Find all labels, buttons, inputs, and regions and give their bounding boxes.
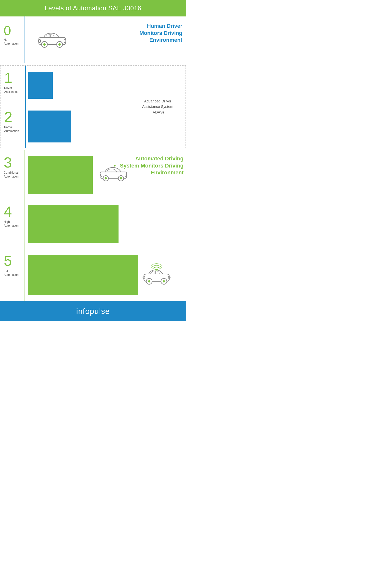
level-3-section: 3 ConditionalAutomation [0,150,186,199]
svg-point-22 [148,280,150,282]
level-5-bar [28,255,138,295]
level-0-name: NoAutomation [4,38,19,46]
adas-label: Advanced DriverAssistance System(ADAS) [142,98,173,115]
level-4-bar [28,205,119,243]
main-content: 0 NoAutomation [0,16,186,301]
level-5-section: 5 FullAutomation [0,249,186,301]
level-1-bar-wrap [26,72,186,99]
svg-point-6 [58,43,61,46]
brand-name: infopulse [76,307,110,316]
page-footer: infopulse [0,301,186,321]
header-title: Levels of Automation SAE J3016 [45,4,141,12]
car-autonomous-icon [142,262,171,287]
level-1-bar [28,72,53,99]
level-2-bar-wrap [26,111,186,142]
level-2-bar [28,111,71,142]
svg-point-15 [114,165,116,167]
page-header: Levels of Automation SAE J3016 [0,0,186,16]
level-4-number: 4 [4,204,12,219]
automated-line1: Automated Driving [120,155,184,162]
level-3-name: ConditionalAutomation [4,171,19,179]
level-2-number: 2 [4,110,12,125]
level-1-label: 1 DriverAssistance [0,66,25,94]
svg-rect-9 [101,174,102,176]
level-4-name: HighAutomation [4,220,19,228]
level-0-number: 0 [4,24,11,37]
level-2-name: PartialAutomation [4,126,19,133]
human-driver-annotation: Human Driver Monitors Driving Environmen… [139,23,182,44]
level-3-label: 3 ConditionalAutomation [0,150,25,179]
level-2-label: 2 PartialAutomation [0,105,25,133]
level-1-name: DriverAssistance [4,86,18,94]
level-1-number: 1 [4,70,12,85]
svg-point-4 [43,43,46,46]
level-4-section: 4 HighAutomation [0,199,186,249]
adas-section: 1 DriverAssistance 2 PartialAutomation A… [0,65,186,148]
level-3-bar [28,156,93,194]
human-driver-line3: Environment [139,37,182,44]
svg-point-13 [120,177,122,180]
level-0-section: 0 NoAutomation [0,16,186,63]
svg-rect-18 [155,269,158,270]
human-driver-line2: Monitors Driving [139,30,182,37]
automated-line3: Environment [120,169,184,176]
level-4-bar-wrap [25,200,186,248]
human-driver-line1: Human Driver [139,23,182,30]
svg-point-11 [105,177,107,180]
svg-point-24 [163,280,165,282]
automated-line2: System Monitors Driving [120,162,184,169]
level-5-car [142,262,171,288]
automated-driving-annotation: Automated Driving System Monitors Drivin… [120,155,184,176]
level-4-label: 4 HighAutomation [0,199,25,228]
level-5-number: 5 [4,253,12,268]
level-5-label: 5 FullAutomation [0,249,25,277]
level-3-number: 3 [4,155,12,170]
level-0-label: 0 NoAutomation [0,16,25,46]
car-icon-basic [35,31,69,49]
level-5-name: FullAutomation [4,269,19,277]
